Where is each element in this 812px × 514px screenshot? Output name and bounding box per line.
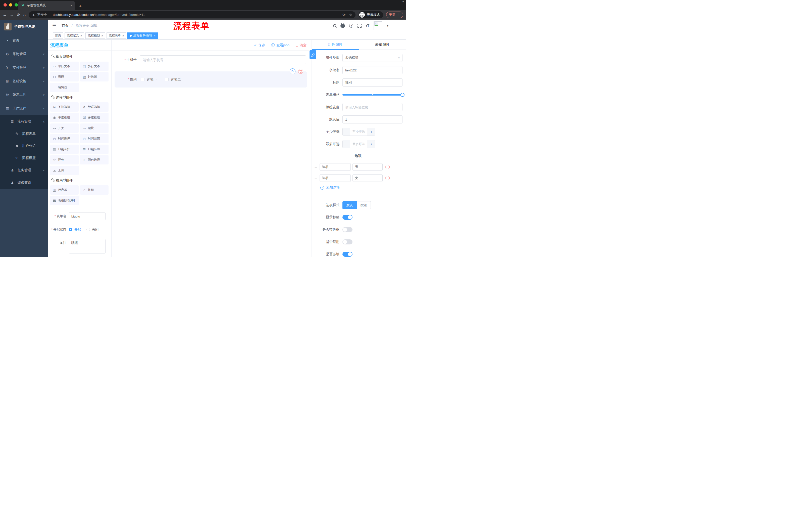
tag-首页[interactable]: 首页 xyxy=(53,32,63,39)
font-size-icon[interactable]: TT xyxy=(366,23,369,28)
remove-option-button[interactable]: − xyxy=(385,176,390,180)
tag-流程表单-编辑[interactable]: 流程表单-编辑× xyxy=(127,32,157,39)
search-icon[interactable] xyxy=(333,24,336,27)
close-icon[interactable]: × xyxy=(122,34,124,37)
sidebar-item-支付管理[interactable]: ¥支付管理∨ xyxy=(0,61,48,75)
style-default-button[interactable]: 默认 xyxy=(343,201,357,209)
option-value-input[interactable] xyxy=(352,163,383,171)
style-button-button[interactable]: 按钮 xyxy=(357,201,371,209)
form-remark-textarea[interactable] xyxy=(69,239,106,253)
component-级联选择[interactable]: ⋔级联选择 xyxy=(80,102,109,112)
tag-流程表单[interactable]: 流程表单× xyxy=(107,32,126,39)
component-密码[interactable]: ⊡密码 xyxy=(50,72,79,81)
component-表格[开发中][interactable]: ▩表格[开发中] xyxy=(50,196,79,205)
component-按钮[interactable]: ☝按钮 xyxy=(80,185,109,195)
default-value-input[interactable] xyxy=(343,115,403,124)
option-label-input[interactable] xyxy=(320,163,351,171)
hamburger-icon[interactable]: ☰ xyxy=(52,23,56,28)
plus-icon[interactable]: + xyxy=(368,140,375,148)
duplicate-field-button[interactable]: ⧉ xyxy=(290,69,295,74)
radio-selected-icon[interactable] xyxy=(69,228,72,231)
toggle-switch[interactable] xyxy=(343,239,352,244)
component-日期选择[interactable]: ▦日期选择 xyxy=(50,144,79,154)
checkbox-option-1[interactable]: 选项一 xyxy=(141,77,157,82)
toggle-switch[interactable] xyxy=(343,227,352,232)
password-key-icon[interactable]: ⚲ xyxy=(342,13,346,16)
sidebar-item-工作流程[interactable]: ▥工作流程∧ xyxy=(0,102,48,115)
browser-tab[interactable]: 芋道管理系统 × xyxy=(18,1,76,10)
link-field-button[interactable] xyxy=(310,50,316,59)
field-name-input[interactable] xyxy=(343,66,403,74)
title-input[interactable] xyxy=(343,78,403,86)
status-on-label[interactable]: 开启 xyxy=(75,227,81,232)
toggle-switch[interactable] xyxy=(343,215,352,220)
component-行容器[interactable]: ◫行容器 xyxy=(50,185,79,195)
phone-input[interactable] xyxy=(140,55,306,64)
forward-icon[interactable]: → xyxy=(10,13,14,17)
component-type-select[interactable] xyxy=(343,54,403,62)
canvas-body[interactable]: 手机号 ⧉ 性别 选项一 xyxy=(112,51,312,257)
fullscreen-icon[interactable] xyxy=(357,24,361,28)
sidebar-item-流程管理[interactable]: ≣流程管理∧ xyxy=(0,115,48,128)
sidebar-item-系统管理[interactable]: ⚙系统管理∨ xyxy=(0,47,48,61)
label-width-input[interactable] xyxy=(343,103,403,111)
tab-form-props[interactable]: 表单属性 xyxy=(359,40,406,50)
minimize-window-button[interactable] xyxy=(9,3,12,6)
breadcrumb-home[interactable]: 首页 xyxy=(62,24,68,27)
component-多行文本[interactable]: ▤多行文本 xyxy=(80,62,109,71)
component-滑块[interactable]: ⊸滑块 xyxy=(80,124,109,133)
drag-handle-icon[interactable]: ☰ xyxy=(314,176,318,180)
sidebar-item-流程模型[interactable]: ✈流程模型 xyxy=(0,152,48,164)
component-评分[interactable]: ☆评分 xyxy=(50,155,79,164)
avatar[interactable] xyxy=(374,21,382,30)
minus-icon[interactable]: − xyxy=(343,128,350,136)
sidebar-item-用户分组[interactable]: ☻用户分组 xyxy=(0,140,48,152)
bookmark-star-icon[interactable]: ☆ xyxy=(349,13,352,17)
tab-close-icon[interactable]: × xyxy=(70,3,72,7)
form-name-input[interactable] xyxy=(69,212,106,220)
app-logo[interactable]: 芋道管理系统 xyxy=(0,20,48,34)
sidebar-item-请假查询[interactable]: ♟请假查询 xyxy=(0,177,48,189)
checkbox-option-2[interactable]: 选项二 xyxy=(165,77,181,82)
plus-icon[interactable]: + xyxy=(368,128,375,136)
component-颜色选择[interactable]: ◐颜色选择 xyxy=(80,155,109,164)
tag-流程模型[interactable]: 流程模型× xyxy=(85,32,105,39)
remove-option-button[interactable]: − xyxy=(385,165,390,169)
address-bar[interactable]: ▲ 不安全 dashboard.yudao.iocoder.cn/bpm/man… xyxy=(29,11,355,18)
sidebar-item-首页[interactable]: ◔首页 xyxy=(0,34,48,47)
home-icon[interactable]: ⌂ xyxy=(23,13,26,17)
component-单选框组[interactable]: ◉单选框组 xyxy=(50,113,79,122)
checkbox-icon[interactable] xyxy=(165,78,169,81)
option-label-input[interactable] xyxy=(320,174,351,182)
update-browser-button[interactable]: 更新 ⋮ xyxy=(386,11,403,18)
slider-handle[interactable] xyxy=(401,93,405,97)
tag-流程定义[interactable]: 流程定义× xyxy=(64,32,84,39)
reload-icon[interactable]: ⟳ xyxy=(17,13,20,17)
view-json-button[interactable]: 查看json xyxy=(271,43,289,48)
canvas-field-phone[interactable]: 手机号 xyxy=(115,55,309,64)
component-开关[interactable]: ⊶开关 xyxy=(50,124,79,133)
canvas-field-gender-selected[interactable]: ⧉ 性别 选项一 xyxy=(115,72,307,87)
back-icon[interactable]: ← xyxy=(3,13,7,17)
close-window-button[interactable] xyxy=(3,3,7,6)
sidebar-item-基础设施[interactable]: ⊟基础设施∨ xyxy=(0,75,48,88)
github-icon[interactable] xyxy=(341,24,345,28)
close-icon[interactable]: × xyxy=(154,34,155,37)
component-计数器[interactable]: 123计数器 xyxy=(80,72,109,81)
checkbox-icon[interactable] xyxy=(141,78,144,81)
option-value-input[interactable] xyxy=(352,174,383,182)
sidebar-item-研发工具[interactable]: ⚒研发工具∨ xyxy=(0,88,48,102)
component-多选框组[interactable]: ☑多选框组 xyxy=(80,113,109,122)
form-grid-slider[interactable] xyxy=(343,91,403,99)
add-option-button[interactable]: + 添加选项 xyxy=(320,185,403,190)
component-下拉选择[interactable]: ⊚下拉选择 xyxy=(50,102,79,112)
component-上传[interactable]: ☁上传 xyxy=(50,166,79,175)
more-menu-icon[interactable]: ⋮ xyxy=(397,13,401,17)
drag-handle-icon[interactable]: ☰ xyxy=(314,165,318,169)
component-编辑器[interactable]: 编辑器 xyxy=(50,83,79,92)
clear-button[interactable]: 清空 xyxy=(295,43,307,48)
tab-component-props[interactable]: 组件属性 xyxy=(312,40,359,50)
component-日期范围[interactable]: ⊞日期范围 xyxy=(80,144,109,154)
sidebar-item-任务管理[interactable]: ⋔任务管理∨ xyxy=(0,164,48,177)
component-时间选择[interactable]: ◷时间选择 xyxy=(50,134,79,143)
